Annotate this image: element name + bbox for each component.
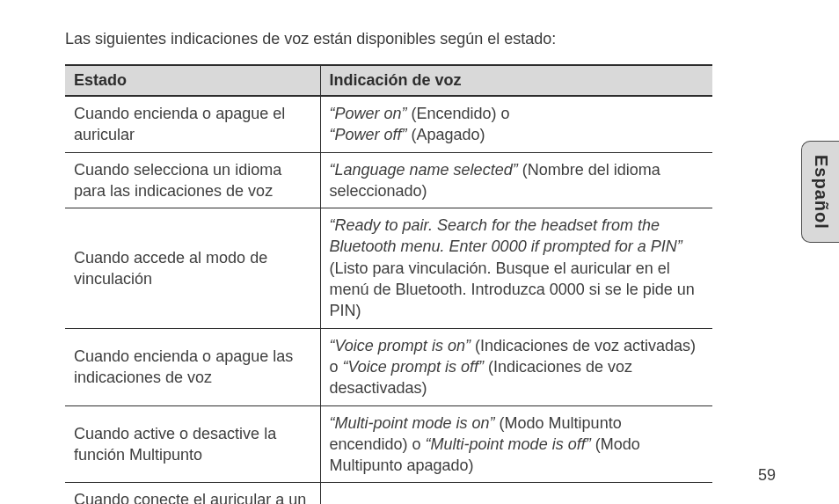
- intro-text: Las siguientes indicaciones de voz están…: [65, 30, 712, 48]
- language-tab: Español: [801, 141, 839, 243]
- table-row: Cuando active o desactive la función Mul…: [65, 405, 712, 483]
- cell-status: Cuando conecte el auricular a un teléfon…: [65, 483, 320, 504]
- page-number: 59: [758, 466, 776, 485]
- table-row: Cuando accede al modo de vinculación“Rea…: [65, 208, 712, 328]
- cell-status: Cuando accede al modo de vinculación: [65, 208, 320, 328]
- cell-voice: “Device is connected” (Dispositivo conec…: [320, 483, 712, 504]
- cell-voice: “Multi-point mode is on” (Modo Multipunt…: [320, 405, 712, 483]
- cell-status: Cuando selecciona un idioma para las ind…: [65, 152, 320, 208]
- cell-voice: “Power on” (Encendido) o “Power off” (Ap…: [320, 96, 712, 152]
- page-content: Las siguientes indicaciones de voz están…: [0, 0, 776, 504]
- header-voice: Indicación de voz: [320, 65, 712, 96]
- cell-status: Cuando encienda o apague el auricular: [65, 96, 320, 152]
- table-row: Cuando encienda o apague el auricular“Po…: [65, 96, 712, 152]
- cell-voice: “Voice prompt is on” (Indicaciones de vo…: [320, 328, 712, 405]
- cell-voice: “Language name selected” (Nombre del idi…: [320, 152, 712, 208]
- cell-status: Cuando active o desactive la función Mul…: [65, 405, 320, 483]
- header-status: Estado: [65, 65, 320, 96]
- cell-status: Cuando encienda o apague las indicacione…: [65, 328, 320, 405]
- voice-indication-table: Estado Indicación de voz Cuando encienda…: [65, 64, 712, 504]
- table-row: Cuando encienda o apague las indicacione…: [65, 328, 712, 405]
- language-tab-label: Español: [811, 155, 831, 230]
- table-row: Cuando conecte el auricular a un teléfon…: [65, 483, 712, 504]
- cell-voice: “Ready to pair. Search for the headset f…: [320, 208, 712, 328]
- table-row: Cuando selecciona un idioma para las ind…: [65, 152, 712, 208]
